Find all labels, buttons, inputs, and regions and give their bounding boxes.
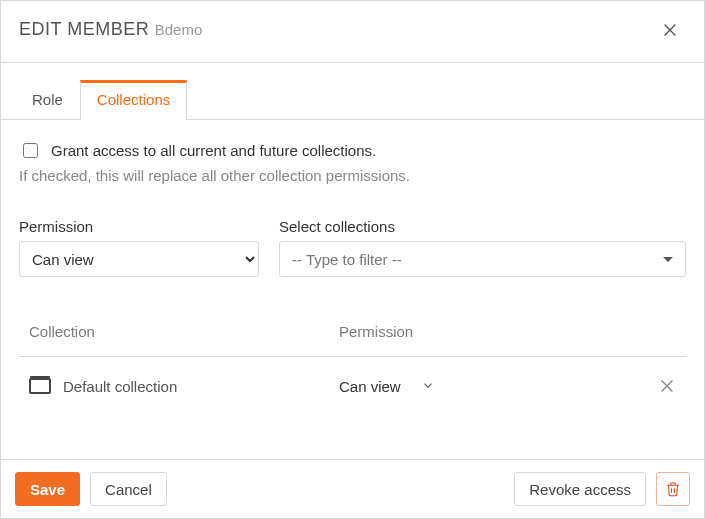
grant-all-checkbox[interactable] (23, 143, 38, 158)
grant-all-label: Grant access to all current and future c… (51, 142, 376, 159)
th-permission: Permission (339, 323, 676, 340)
select-collections-label: Select collections (279, 218, 686, 235)
select-collections-placeholder: -- Type to filter -- (292, 251, 402, 268)
selector-row: Permission Can view Select collections -… (19, 218, 686, 277)
row-permission-value: Can view (339, 378, 401, 395)
dialog-footer: Save Cancel Revoke access (1, 459, 704, 518)
dialog-body: Grant access to all current and future c… (1, 120, 704, 459)
grant-all-row[interactable]: Grant access to all current and future c… (19, 140, 686, 161)
edit-member-dialog: EDIT MEMBER Bdemo Role Collections Grant… (0, 0, 705, 519)
remove-row-icon[interactable] (658, 377, 676, 395)
row-permission-cell[interactable]: Can view (339, 378, 469, 395)
title-prefix: EDIT MEMBER (19, 19, 149, 39)
select-collections-field: Select collections -- Type to filter -- (279, 218, 686, 277)
collection-icon (29, 378, 51, 394)
table-row: Default collection Can view (19, 357, 686, 399)
dialog-title: EDIT MEMBER Bdemo (19, 19, 202, 40)
tab-collections[interactable]: Collections (80, 80, 187, 120)
permission-select[interactable]: Can view (19, 241, 259, 277)
cancel-button[interactable]: Cancel (90, 472, 167, 506)
tab-bar: Role Collections (1, 79, 704, 120)
close-icon[interactable] (660, 20, 680, 40)
delete-button[interactable] (656, 472, 690, 506)
chevron-down-icon (663, 257, 673, 262)
row-actions (469, 377, 676, 395)
chevron-down-icon (421, 378, 435, 395)
table-header: Collection Permission (19, 317, 686, 357)
tab-role[interactable]: Role (15, 80, 80, 120)
select-collections-combo[interactable]: -- Type to filter -- (279, 241, 686, 277)
permission-field: Permission Can view (19, 218, 259, 277)
grant-all-hint: If checked, this will replace all other … (19, 167, 686, 184)
th-collection: Collection (29, 323, 339, 340)
save-button[interactable]: Save (15, 472, 80, 506)
row-collection-cell: Default collection (29, 378, 339, 395)
permission-label: Permission (19, 218, 259, 235)
collections-table: Collection Permission Default collection… (19, 317, 686, 399)
row-collection-name: Default collection (63, 378, 177, 395)
title-suffix: Bdemo (155, 21, 203, 38)
revoke-access-button[interactable]: Revoke access (514, 472, 646, 506)
dialog-header: EDIT MEMBER Bdemo (1, 1, 704, 63)
